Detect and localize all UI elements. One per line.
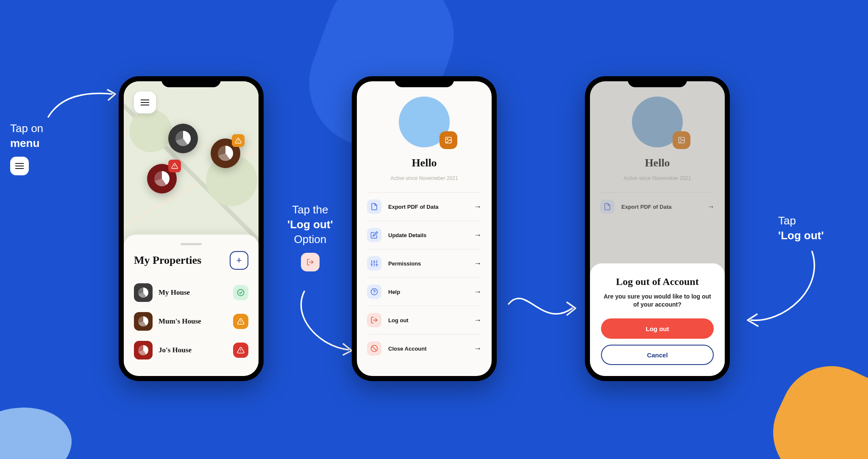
status-alert — [233, 343, 248, 358]
pdf-icon — [370, 203, 378, 210]
pie-icon — [138, 345, 148, 355]
phone-3-screen: Hello Active since Novemeber 2021 Export… — [590, 81, 725, 376]
active-since: Active since Novemeber 2021 — [390, 175, 458, 181]
phone-1: My Properties + My House Mum's House Jo' — [119, 76, 264, 381]
option-label: Permissions — [388, 260, 467, 267]
svg-point-5 — [238, 289, 244, 296]
block-icon-box — [367, 341, 381, 356]
bg-blob-left — [0, 399, 78, 459]
option-update-details[interactable]: Update Details → — [367, 221, 481, 249]
option-label: Export PDF of Data — [388, 204, 467, 210]
bg-blob-right — [757, 349, 868, 459]
help-icon — [370, 288, 378, 296]
annotation-text: Option — [287, 232, 333, 247]
notch — [628, 76, 687, 87]
property-row[interactable]: My House — [134, 278, 248, 307]
phone-1-screen: My Properties + My House Mum's House Jo' — [124, 81, 259, 376]
notch — [161, 76, 221, 87]
edit-icon-box — [367, 228, 381, 242]
property-row[interactable]: Mum's House — [134, 307, 248, 336]
annotation-text: Tap on — [10, 121, 43, 136]
annotation-text-bold: menu — [10, 136, 43, 151]
map-marker-red[interactable] — [147, 164, 177, 194]
chevron-right-icon: → — [474, 316, 481, 325]
drag-handle[interactable] — [181, 243, 202, 245]
pie-icon — [138, 316, 148, 326]
annotation-tap-logout-option: Tap the 'Log out' Option — [287, 202, 333, 271]
map-view[interactable] — [124, 81, 259, 246]
greeting: Hello — [412, 157, 437, 169]
property-name: Jo's House — [159, 346, 227, 354]
chevron-right-icon: → — [474, 202, 481, 211]
svg-line-25 — [372, 346, 377, 351]
option-export-pdf[interactable]: Export PDF of Data → — [367, 192, 481, 221]
profile-header: Hello Active since Novemeber 2021 — [357, 81, 492, 192]
status-warn — [233, 314, 248, 329]
pie-icon — [175, 131, 191, 146]
sliders-icon-box — [367, 256, 381, 271]
property-icon — [134, 312, 153, 331]
chevron-right-icon: → — [474, 288, 481, 296]
section-title: My Properties — [134, 254, 201, 267]
phone-3: Hello Active since Novemeber 2021 Export… — [585, 76, 730, 381]
check-icon — [237, 289, 245, 296]
options-list: Export PDF of Data → Update Details → Pe… — [357, 192, 492, 362]
avatar[interactable] — [399, 97, 450, 147]
annotation-logout-icon-box — [301, 253, 320, 271]
block-icon — [370, 345, 378, 352]
chevron-right-icon: → — [474, 231, 481, 240]
sliders-icon — [370, 260, 378, 267]
edit-icon — [370, 231, 378, 239]
warning-icon — [237, 346, 245, 354]
annotation-text-bold: 'Log out' — [778, 228, 824, 243]
annotation-tap-logout: Tap 'Log out' — [778, 213, 824, 243]
option-label: Help — [388, 289, 467, 295]
chevron-right-icon: → — [474, 344, 481, 353]
pie-icon — [138, 288, 148, 298]
logout-icon — [370, 316, 378, 324]
option-label: Update Details — [388, 232, 467, 238]
property-name: My House — [159, 288, 227, 297]
option-close-account[interactable]: Close Account → — [367, 334, 481, 362]
option-label: Close Account — [388, 346, 467, 352]
add-property-button[interactable]: + — [230, 251, 248, 270]
properties-sheet: My Properties + My House Mum's House Jo' — [124, 235, 259, 376]
arrow-between-phones — [504, 279, 585, 338]
help-icon-box — [367, 285, 381, 299]
warning-badge — [232, 134, 245, 147]
property-name: Mum's House — [159, 317, 227, 326]
cancel-button[interactable]: Cancel — [601, 345, 714, 365]
map-marker-grey[interactable] — [168, 124, 198, 153]
logout-icon — [306, 258, 314, 266]
modal-title: Log out of Account — [601, 276, 714, 288]
change-photo-button[interactable] — [440, 131, 457, 149]
menu-button[interactable] — [134, 91, 156, 113]
pie-icon — [218, 146, 233, 161]
annotation-menu-icon — [10, 157, 29, 175]
annotation-text: Tap — [778, 213, 824, 228]
svg-point-11 — [447, 138, 448, 139]
logout-button[interactable]: Log out — [601, 318, 714, 339]
modal-message: Are you sure you would like to log out o… — [601, 293, 714, 309]
status-ok — [233, 285, 248, 300]
hamburger-icon — [141, 102, 149, 103]
option-permissions[interactable]: Permissions → — [367, 249, 481, 277]
image-icon — [445, 136, 452, 144]
property-icon — [134, 283, 153, 302]
annotation-text: Tap the — [287, 202, 333, 217]
sheet-header: My Properties + — [134, 251, 248, 270]
hamburger-icon — [15, 166, 24, 166]
map-marker-brown[interactable] — [211, 138, 240, 168]
property-row[interactable]: Jo's House — [134, 336, 248, 365]
phone-2: Hello Active since Novemeber 2021 Export… — [352, 76, 497, 381]
logout-modal: Log out of Account Are you sure you woul… — [590, 263, 725, 376]
warning-icon — [237, 318, 245, 325]
option-help[interactable]: Help → — [367, 277, 481, 306]
annotation-text-bold: 'Log out' — [287, 217, 333, 232]
pdf-icon-box — [367, 199, 381, 214]
logout-icon-box — [367, 313, 381, 327]
option-logout[interactable]: Log out → — [367, 306, 481, 334]
warning-icon — [235, 137, 242, 144]
option-label: Log out — [388, 317, 467, 324]
notch — [395, 76, 454, 87]
